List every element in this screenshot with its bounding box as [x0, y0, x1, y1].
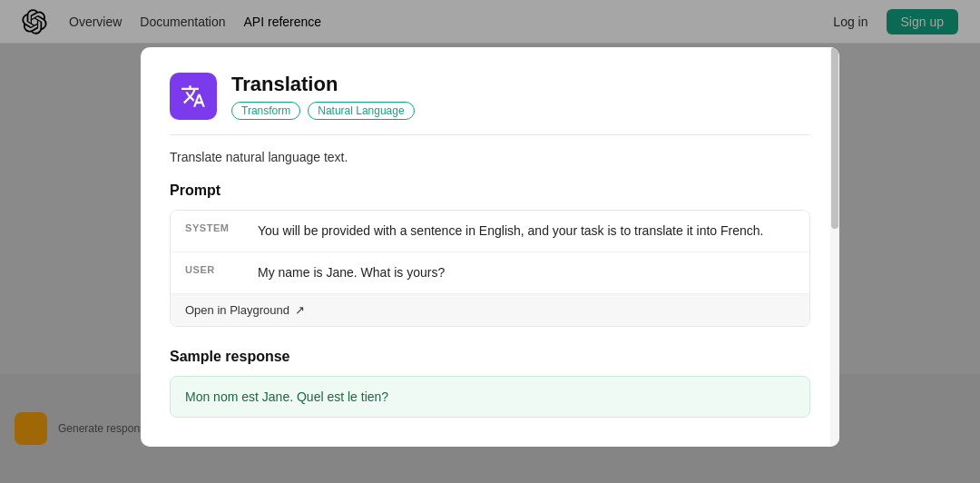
open-playground-link[interactable]: Open in Playground [185, 303, 289, 317]
prompt-system-row: SYSTEM You will be provided with a sente… [171, 211, 809, 252]
prompt-box: SYSTEM You will be provided with a sente… [170, 210, 810, 327]
tag-natural-language[interactable]: Natural Language [308, 102, 414, 120]
scrollbar-track[interactable] [830, 47, 839, 447]
modal-divider [170, 134, 810, 135]
modal-title-area: Translation Transform Natural Language [231, 73, 415, 120]
sample-response-text: Mon nom est Jane. Quel est le tien? [185, 389, 795, 404]
prompt-system-text: You will be provided with a sentence in … [258, 222, 795, 241]
modal-icon [170, 73, 217, 120]
modal-title: Translation [231, 73, 415, 96]
prompt-footer: Open in Playground ↗ [171, 294, 809, 326]
prompt-user-text: My name is Jane. What is yours? [258, 263, 795, 282]
modal-header: Translation Transform Natural Language [170, 73, 810, 120]
prompt-user-row: USER My name is Jane. What is yours? [171, 252, 809, 294]
tag-transform[interactable]: Transform [231, 102, 300, 120]
modal-scroll-area[interactable]: Translation Transform Natural Language T… [141, 47, 839, 447]
prompt-system-label: SYSTEM [185, 222, 240, 241]
modal-dialog: Translation Transform Natural Language T… [141, 47, 839, 447]
prompt-user-label: USER [185, 263, 240, 282]
scrollbar-thumb[interactable] [831, 47, 838, 229]
translate-icon [181, 84, 206, 109]
modal-description: Translate natural language text. [170, 150, 810, 164]
prompt-section-title: Prompt [170, 182, 810, 199]
sample-response-section-title: Sample response [170, 349, 810, 365]
sample-response-box: Mon nom est Jane. Quel est le tien? [170, 376, 810, 418]
external-link-icon: ↗ [295, 303, 305, 317]
modal-tags: Transform Natural Language [231, 102, 415, 120]
